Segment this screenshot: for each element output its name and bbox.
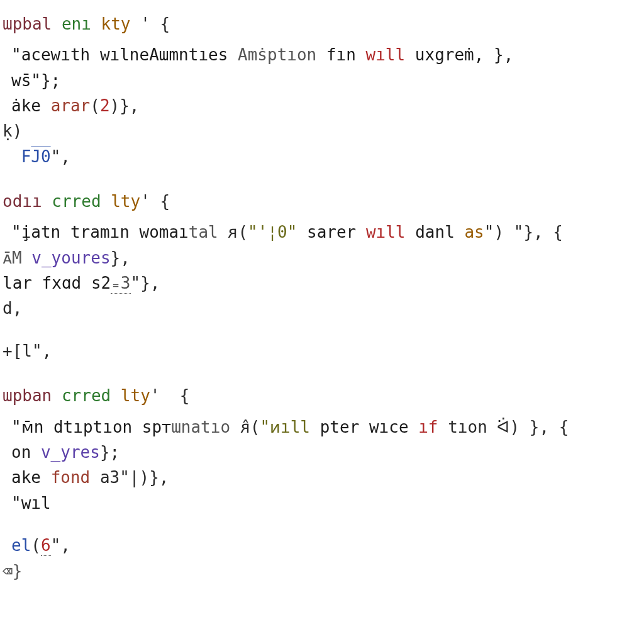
- code-token: ws̄"};: [11, 71, 60, 90]
- code-token: kty: [101, 14, 131, 33]
- code-token: ₌3: [111, 274, 130, 294]
- code-token: ᴙ(: [228, 223, 248, 242]
- code-token: "ᴍ̄n dtıptıon spᴛ: [11, 418, 171, 436]
- blank-line: [0, 321, 644, 338]
- code-token: Amṡptıon: [238, 45, 316, 64]
- code-token: ḳ): [3, 121, 22, 140]
- code-token: lar fxɑd s2: [3, 274, 111, 292]
- code-token: ɯpban: [3, 386, 62, 405]
- code-token: ' {: [131, 14, 170, 33]
- code-token: tal: [189, 223, 228, 242]
- code-token: fond: [51, 468, 91, 487]
- code-line: d,: [0, 296, 644, 321]
- code-token: on: [11, 443, 41, 462]
- code-line: lar fxɑd s2₌3"},: [0, 270, 644, 296]
- code-token: sarer: [297, 223, 366, 242]
- spacer: [0, 36, 644, 42]
- code-token: ") "}, {: [484, 223, 563, 242]
- block-gap: [0, 364, 644, 383]
- code-line-header: odıı crred lty' {: [0, 189, 644, 214]
- code-token: 6: [41, 536, 51, 556]
- code-line: "wıl: [0, 491, 644, 516]
- block-gap: [0, 169, 644, 189]
- code-token: wıll: [366, 223, 406, 242]
- code-token: )},: [110, 96, 140, 115]
- code-token: odıı: [3, 192, 52, 211]
- code-line: ᴀ̄M v_youres},: [0, 245, 644, 270]
- code-line-header: ɯpban crred lty' {: [0, 383, 644, 408]
- code-line-header: ɯpbal enı kty ' {: [0, 11, 644, 36]
- code-token: ıf: [418, 418, 438, 436]
- code-token: },: [111, 248, 130, 267]
- code-token: enı: [62, 14, 101, 33]
- code-token: as: [464, 223, 484, 242]
- code-line: ake fond a3"|)},: [0, 465, 644, 490]
- code-token: ",: [51, 536, 70, 555]
- code-token: 2: [100, 96, 110, 115]
- code-token: ᴙ̂(: [240, 418, 260, 436]
- code-line: ȧke arar(2)},: [0, 93, 644, 118]
- code-token: ⌫}: [3, 562, 22, 580]
- code-token: "'¦0": [248, 223, 297, 242]
- code-token: arar: [51, 96, 91, 115]
- code-token: ᴀ̄M: [3, 248, 31, 267]
- code-line: ḳ): [0, 118, 644, 143]
- code-token: (: [31, 536, 41, 555]
- spacer: [0, 409, 644, 414]
- code-token: v_youres: [31, 248, 110, 267]
- code-line: on v_yres};: [0, 440, 644, 465]
- code-token: uxgreṁ, },: [405, 45, 513, 64]
- code-token: [11, 147, 21, 166]
- code-line: "i̧atn tramın womaıtal ᴙ("'¦0" sarer wıl…: [0, 219, 644, 245]
- code-token: d,: [3, 299, 22, 318]
- blank-line: [0, 516, 644, 533]
- code-token: "},: [131, 274, 160, 292]
- code-token: ' {: [150, 386, 190, 405]
- code-line: "acewıth wılneAɯmntıes Amṡptıon fın wıll…: [0, 42, 644, 67]
- code-token: ȧke: [11, 96, 51, 115]
- code-line: +[l",: [0, 338, 644, 364]
- code-token: "acewıth wılneAɯmntıes: [11, 45, 238, 64]
- code-token: F: [21, 147, 31, 166]
- code-token: ɯpbal: [3, 14, 62, 33]
- code-token: +[l",: [3, 341, 52, 360]
- code-line: "ᴍ̄n dtıptıon spᴛɯnatıo ᴙ̂("ᴎıll pter wı…: [0, 414, 644, 440]
- code-token: };: [100, 443, 119, 462]
- code-token: danl: [406, 223, 465, 242]
- code-token: a3"|)},: [90, 468, 169, 487]
- code-token: el: [11, 536, 31, 555]
- code-token: ɯnatıo: [171, 418, 240, 436]
- code-line: ws̄"};: [0, 68, 644, 93]
- code-token: (: [90, 96, 100, 115]
- code-line: FJ0",: [0, 144, 644, 169]
- code-token: "wıl: [11, 494, 51, 513]
- code-token: pter wıce: [310, 418, 418, 436]
- spacer: [0, 214, 644, 219]
- code-token: J0: [31, 147, 50, 166]
- code-token: crred: [62, 386, 121, 405]
- code-token: lty: [121, 386, 150, 405]
- code-token: ' {: [140, 192, 170, 211]
- code-token: tıon ᐛ) }, {: [438, 418, 569, 436]
- code-token: ake: [11, 468, 51, 487]
- code-token: v_yres: [41, 443, 100, 462]
- code-token: "ᴎıll: [260, 418, 310, 436]
- code-line: el(6",: [0, 533, 644, 558]
- code-token: wıll: [366, 45, 406, 64]
- code-token: lty: [111, 192, 140, 211]
- code-token: fın: [316, 45, 365, 64]
- code-line: ⌫}: [0, 558, 644, 584]
- code-token: "i̧atn tramın womaı: [11, 223, 189, 242]
- code-token: ",: [51, 147, 70, 166]
- code-editor[interactable]: ɯpbal enı kty ' {"acewıth wılneAɯmntıes …: [0, 0, 644, 584]
- code-token: crred: [52, 192, 111, 211]
